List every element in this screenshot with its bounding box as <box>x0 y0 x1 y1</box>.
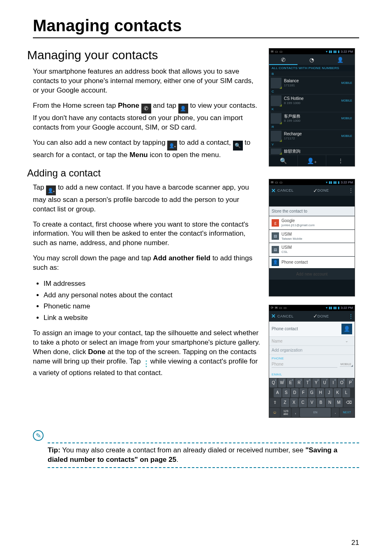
key-c[interactable]: C <box>299 398 307 407</box>
tab-dialer[interactable]: ✆ <box>269 54 297 65</box>
phone-type-selector[interactable]: MOBILE <box>340 363 352 367</box>
subsection-adding-a-contact: Adding a contact <box>27 167 261 179</box>
avatar <box>271 95 281 106</box>
keyboard-row-4: 123abc , EN . NEXT <box>269 408 355 417</box>
key-next[interactable]: NEXT <box>340 408 354 417</box>
add-new-account-button[interactable]: Add new account <box>269 268 355 280</box>
done-button[interactable]: ✓ <box>307 313 318 319</box>
section-managing-your-contacts: Managing your contacts <box>27 48 261 62</box>
contact-row[interactable]: CS Hotline8 199 1000 MOBILE <box>269 94 355 107</box>
option-sub: CSL <box>281 250 292 254</box>
key-emoji[interactable] <box>270 408 280 417</box>
key-p[interactable]: 0P <box>346 378 354 387</box>
key-n[interactable]: N <box>326 398 334 407</box>
key-y[interactable]: 6Y <box>312 378 320 387</box>
key-g[interactable]: G <box>308 388 316 397</box>
overflow-menu-button[interactable]: ⋮ <box>347 313 355 320</box>
key-spacebar[interactable]: EN <box>300 408 331 417</box>
contact-name: CS Hotline <box>284 96 341 101</box>
screenshot-contacts-list: ✉▭▭ ▾▮▮▮▮▮3:22 PM ✆ ◔ 👤 ALL CONTACTS WIT… <box>269 48 355 167</box>
key-shift[interactable]: ⇧ <box>270 398 280 407</box>
key-w[interactable]: 2W <box>278 378 286 387</box>
key-v[interactable]: V <box>308 398 316 407</box>
overflow-menu-icon <box>143 359 148 368</box>
dashed-rule <box>48 442 359 443</box>
bottom-action-bar: 🔍 👤₊ ⋮ <box>269 155 355 166</box>
key-i[interactable]: 8I <box>330 378 337 387</box>
key-backspace[interactable]: ⌫ <box>344 398 354 407</box>
phone-contact-row[interactable]: Phone contact 👤 <box>269 322 355 337</box>
add-contact-icon <box>46 185 56 195</box>
list-item: Phonetic name <box>44 301 261 312</box>
overflow-menu-button[interactable]: ⋮ <box>347 187 355 194</box>
cancel-button[interactable]: ✕ <box>269 188 277 194</box>
key-r[interactable]: 4R <box>295 378 303 387</box>
key-k[interactable]: K <box>334 388 341 397</box>
name-field-row[interactable]: Name ⌄ <box>269 337 355 346</box>
keyboard-row-3: ⇧ Z X C V B N M ⌫ <box>269 398 355 408</box>
key-j[interactable]: J <box>325 388 333 397</box>
key-comma[interactable]: , <box>292 408 299 417</box>
key-123-abc[interactable]: 123abc <box>281 408 291 417</box>
tip-icon: ✎ <box>33 430 44 441</box>
add-contact-icon <box>167 141 177 151</box>
key-l[interactable]: L <box>342 388 350 397</box>
done-button[interactable]: ✓ <box>307 188 318 194</box>
key-f[interactable]: F <box>300 388 307 397</box>
account-option-usim[interactable]: ▤ USIMCSL <box>269 243 355 256</box>
done-label: DONE <box>318 188 329 192</box>
keyboard-row-1: 1Q 2W 3E 4R 5T 6Y 7U 8I 9O 0P <box>269 378 355 388</box>
chapter-rule <box>33 37 359 38</box>
key-h[interactable]: H <box>316 388 324 397</box>
contact-row[interactable]: Recharge171172 MOBILE <box>269 130 355 142</box>
signal-icon: ▮▮ <box>329 50 332 53</box>
contact-silhouette-icon[interactable]: 👤 <box>341 324 352 334</box>
account-option-usim[interactable]: ▤ USIMTaiwan Mobile <box>269 229 355 243</box>
add-contact-button[interactable]: 👤₊ <box>298 155 326 166</box>
wifi-icon: ▾ <box>326 181 327 184</box>
account-option-google[interactable]: g Googlejonlee.jl11@gmail.com <box>269 216 355 229</box>
contact-row[interactable]: Balance171181 MOBILE <box>269 76 355 89</box>
account-option-phone[interactable]: 👤 Phone contact <box>269 256 355 268</box>
key-e[interactable]: 3E <box>287 378 295 387</box>
phone-contact-icon: 👤 <box>272 259 279 266</box>
key-m[interactable]: M <box>335 398 343 407</box>
search-button[interactable]: 🔍 <box>269 155 297 166</box>
status-bar: ✉▭▭ ▾▮▮▮▮▮3:22 PM <box>269 49 355 54</box>
chevron-down-icon[interactable]: ⌄ <box>345 339 350 343</box>
overflow-menu-button[interactable]: ⋮ <box>326 155 355 166</box>
key-t[interactable]: 5T <box>304 378 311 387</box>
cancel-button[interactable]: ✕ <box>269 313 277 319</box>
tab-contacts[interactable]: 👤 <box>326 54 355 65</box>
text: Tap <box>33 183 46 191</box>
wifi-icon: ▾ <box>326 50 327 53</box>
key-q[interactable]: 1Q <box>270 378 277 387</box>
option-sub: Taiwan Mobile <box>281 237 302 241</box>
wifi-icon: ▾ <box>326 306 327 310</box>
cancel-label: CANCEL <box>277 188 294 192</box>
phone-input[interactable]: Phone <box>272 362 337 368</box>
contact-row[interactable]: 餘額查詢 <box>269 147 355 155</box>
key-a[interactable]: A <box>274 388 281 397</box>
key-x[interactable]: X <box>290 398 298 407</box>
key-period[interactable]: . <box>332 408 339 417</box>
key-z[interactable]: Z <box>281 398 289 407</box>
key-b[interactable]: B <box>317 398 325 407</box>
status-icon: ▭ <box>275 181 278 184</box>
status-icon: ▭ <box>275 50 278 53</box>
contact-number: 171181 <box>284 83 341 88</box>
key-d[interactable]: D <box>291 388 299 397</box>
key-s[interactable]: S <box>282 388 290 397</box>
add-organization-row[interactable]: Add organization <box>269 346 355 355</box>
paragraph-add-search: You can also add a new contact by tappin… <box>33 138 261 160</box>
dashed-rule <box>48 467 359 468</box>
contact-row[interactable]: 客戶服務8 199 1000 MOBILE <box>269 112 355 124</box>
status-icon: ✉ <box>271 50 274 53</box>
contact-name: Balance <box>284 79 341 83</box>
key-o[interactable]: 9O <box>338 378 346 387</box>
avatar <box>271 148 281 154</box>
status-icon: ✉ <box>275 306 278 310</box>
key-u[interactable]: 7U <box>321 378 329 387</box>
sim-icon: ▤ <box>272 232 279 240</box>
tab-recent[interactable]: ◔ <box>297 54 326 65</box>
